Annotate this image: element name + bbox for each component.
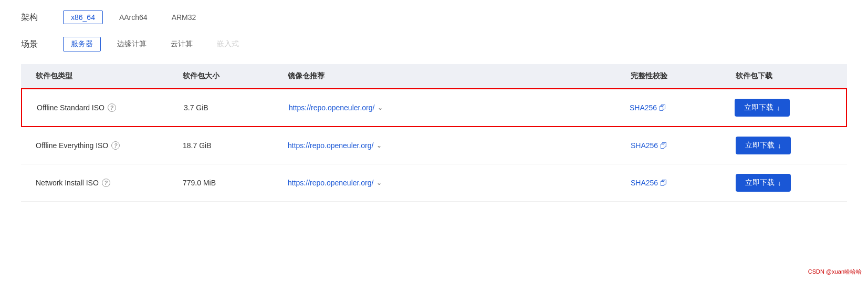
row2-size: 18.7 GiB — [179, 141, 284, 150]
row1-chevron-icon: ⌄ — [378, 104, 383, 111]
row1-mirror-url: https://repo.openeuler.org/ — [289, 103, 374, 112]
scenario-options: 服务器 边缘计算 云计算 嵌入式 — [63, 37, 247, 51]
arch-arm32[interactable]: ARM32 — [164, 11, 204, 24]
architecture-row: 架构 x86_64 AArch64 ARM32 — [21, 11, 847, 24]
table-row: Offline Everything ISO ? 18.7 GiB https:… — [21, 127, 847, 164]
row2-sha-link[interactable]: SHA256 🗍 — [631, 141, 727, 150]
row1-download-label: 立即下载 — [744, 103, 773, 112]
row3-type-text: Network Install ISO — [36, 179, 99, 187]
row1-help-icon[interactable]: ? — [108, 103, 116, 112]
row3-download-arrow-icon: ↓ — [778, 179, 781, 187]
row1-sha-text: SHA256 — [630, 103, 657, 112]
row3-size: 779.0 MiB — [179, 179, 284, 187]
row2-download-button[interactable]: 立即下载 ↓ — [736, 137, 791, 154]
row3-copy-icon: 🗍 — [660, 179, 667, 187]
row3-sha-link[interactable]: SHA256 🗍 — [631, 179, 727, 187]
architecture-label: 架构 — [21, 12, 53, 23]
scenario-server[interactable]: 服务器 — [63, 37, 101, 51]
row2-sha-text: SHA256 — [631, 141, 658, 150]
row1-mirror-link[interactable]: https://repo.openeuler.org/ ⌄ — [289, 103, 621, 112]
row1-download-col: 立即下载 ↓ — [730, 99, 835, 117]
scenario-edge[interactable]: 边缘计算 — [109, 37, 154, 51]
scenario-label: 场景 — [21, 39, 53, 50]
row2-download-arrow-icon: ↓ — [778, 142, 781, 150]
scenario-row: 场景 服务器 边缘计算 云计算 嵌入式 — [21, 37, 847, 51]
row3-mirror: https://repo.openeuler.org/ ⌄ — [284, 179, 626, 187]
watermark: CSDN @xuan哈哈哈 — [806, 267, 864, 277]
row1-copy-icon: 🗍 — [659, 104, 666, 112]
row3-help-icon[interactable]: ? — [102, 179, 110, 187]
row3-integrity: SHA256 🗍 — [626, 179, 731, 187]
row3-mirror-url: https://repo.openeuler.org/ — [288, 179, 373, 187]
arch-x86_64[interactable]: x86_64 — [63, 11, 103, 24]
scenario-cloud[interactable]: 云计算 — [163, 37, 201, 51]
row1-type: Offline Standard ISO ? — [33, 103, 180, 112]
row2-mirror-url: https://repo.openeuler.org/ — [288, 141, 373, 150]
scenario-embedded: 嵌入式 — [209, 37, 247, 51]
row2-mirror-link[interactable]: https://repo.openeuler.org/ ⌄ — [288, 141, 622, 150]
row3-sha-text: SHA256 — [631, 179, 658, 187]
download-table: 软件包类型 软件包大小 镜像仓推荐 完整性校验 软件包下载 Offline St… — [21, 64, 847, 202]
page-container: 架构 x86_64 AArch64 ARM32 场景 服务器 边缘计算 云计算 … — [0, 0, 868, 281]
table-header: 软件包类型 软件包大小 镜像仓推荐 完整性校验 软件包下载 — [21, 64, 847, 88]
row3-chevron-icon: ⌄ — [377, 179, 382, 186]
row3-download-col: 立即下载 ↓ — [731, 174, 836, 192]
row2-type-text: Offline Everything ISO — [36, 141, 108, 150]
row1-mirror: https://repo.openeuler.org/ ⌄ — [285, 103, 625, 112]
col-header-integrity: 完整性校验 — [626, 71, 731, 81]
row2-download-label: 立即下载 — [745, 141, 775, 150]
table-row: Offline Standard ISO ? 3.7 GiB https://r… — [21, 88, 847, 127]
row1-sha-link[interactable]: SHA256 🗍 — [630, 103, 726, 112]
row2-integrity: SHA256 🗍 — [626, 141, 731, 150]
row2-download-col: 立即下载 ↓ — [731, 137, 836, 154]
col-header-type: 软件包类型 — [32, 71, 179, 81]
architecture-options: x86_64 AArch64 ARM32 — [63, 11, 204, 24]
row2-chevron-icon: ⌄ — [377, 142, 382, 149]
row1-size: 3.7 GiB — [180, 103, 285, 112]
col-header-size: 软件包大小 — [179, 71, 284, 81]
row1-download-arrow-icon: ↓ — [777, 104, 780, 112]
col-header-mirror: 镜像仓推荐 — [284, 71, 626, 81]
row2-help-icon[interactable]: ? — [111, 141, 120, 150]
row3-download-button[interactable]: 立即下载 ↓ — [736, 174, 791, 192]
row2-type: Offline Everything ISO ? — [32, 141, 179, 150]
row3-mirror-link[interactable]: https://repo.openeuler.org/ ⌄ — [288, 179, 622, 187]
row3-type: Network Install ISO ? — [32, 179, 179, 187]
arch-aarch64[interactable]: AArch64 — [111, 11, 155, 24]
row1-integrity: SHA256 🗍 — [625, 103, 730, 112]
table-row: Network Install ISO ? 779.0 MiB https://… — [21, 164, 847, 202]
col-header-download: 软件包下载 — [731, 71, 836, 81]
row3-download-label: 立即下载 — [745, 178, 775, 188]
row2-copy-icon: 🗍 — [660, 142, 667, 150]
row1-download-button[interactable]: 立即下载 ↓ — [735, 99, 790, 117]
row1-type-text: Offline Standard ISO — [37, 103, 104, 112]
row2-mirror: https://repo.openeuler.org/ ⌄ — [284, 141, 626, 150]
